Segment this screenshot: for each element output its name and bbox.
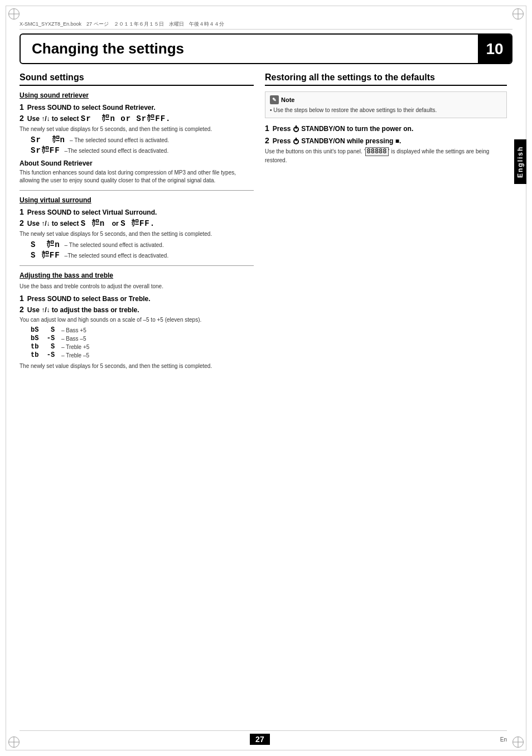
vs-off-row: S ㌍FF –The selected sound effect is deac… bbox=[31, 251, 254, 260]
vs-off-desc: –The selected sound effect is deactivate… bbox=[65, 253, 169, 259]
vs-step2-text: Use ↑/↓ to select S ㌍n or S ㌍FF. bbox=[27, 219, 155, 228]
vs-step2-display: S ㌍n bbox=[81, 219, 110, 228]
restore-step2-text2: STANDBY/ON while pressing ■. bbox=[301, 137, 401, 145]
step2-display: Sr ㌍n or Sr㌍FF. bbox=[81, 114, 171, 123]
bass-treble-intro: Use the bass and treble controls to adju… bbox=[20, 283, 254, 290]
step2-text: Use ↑/↓ to select Sr ㌍n or Sr㌍FF. bbox=[27, 114, 171, 123]
header-bar: X-SMC1_SYXZT8_En.book 27 ページ ２０１１年６月１５日 … bbox=[20, 20, 512, 30]
sound-settings-title: Sound settings bbox=[20, 72, 254, 86]
bt-desc-1: – Bass –5 bbox=[61, 336, 86, 342]
bt-table: bS S – Bass +5 bS -S – Bass –5 tb S – Tr… bbox=[31, 326, 254, 359]
note-header: ✎ Note bbox=[270, 95, 502, 104]
bt-step1: 1 Press SOUND to select Bass or Treble. bbox=[20, 294, 254, 303]
vs-step2-display2: S ㌍FF. bbox=[120, 219, 155, 228]
sound-retriever-subtitle: Using sound retriever bbox=[20, 91, 254, 99]
restore-step1-num: 1 bbox=[265, 124, 269, 133]
step1-text: Press SOUND to select Sound Retriever. bbox=[27, 104, 156, 112]
bt-row-3: tb -S – Treble –5 bbox=[31, 351, 254, 359]
step2-text-part: Use ↑/↓ to select bbox=[27, 115, 79, 123]
restore-step2-text: Press STANDBY/ON while pressing ■. bbox=[273, 137, 401, 145]
sr-on-val: Sr ㌍n bbox=[31, 135, 65, 144]
divider2 bbox=[20, 265, 254, 266]
restore-step1-text: Press STANDBY/ON to turn the power on. bbox=[273, 125, 413, 133]
bt-sym-2: tb S bbox=[31, 343, 61, 351]
header-text: X-SMC1_SYXZT8_En.book 27 ページ ２０１１年６月１５日 … bbox=[20, 21, 512, 28]
bass-treble-subtitle: Adjusting the bass and treble bbox=[20, 272, 254, 279]
step1-num: 1 bbox=[20, 103, 24, 112]
restore-step2: 2 Press STANDBY/ON while pressing ■. bbox=[265, 136, 507, 145]
bt-step2-text: Use ↑/↓ to adjust the bass or treble. bbox=[27, 306, 139, 314]
sr-off-val: Sr㌍FF bbox=[31, 146, 60, 155]
chapter-header: Changing the settings 10 bbox=[20, 33, 512, 64]
eights-display: 88888 bbox=[365, 147, 389, 156]
bt-step2-subtext: You can adjust low and high sounds on a … bbox=[20, 316, 254, 324]
about-retriever-title: About Sound Retriever bbox=[20, 159, 254, 167]
sr-off-desc: –The selected sound effect is deactivate… bbox=[65, 148, 169, 154]
power-icon-2 bbox=[293, 139, 299, 144]
note-label: Note bbox=[281, 96, 294, 103]
restore-step1-text2: STANDBY/ON to turn the power on. bbox=[301, 125, 413, 133]
bt-row-2: tb S – Treble +5 bbox=[31, 343, 254, 351]
bt-sym-1: bS -S bbox=[31, 335, 61, 342]
note-text-content: Use the steps below to restore the above… bbox=[273, 107, 437, 113]
left-column: Sound settings Using sound retriever 1 P… bbox=[20, 72, 254, 723]
sr-on-desc: – The selected sound effect is activated… bbox=[70, 137, 169, 143]
restore-step1: 1 Press STANDBY/ON to turn the power on. bbox=[265, 124, 507, 133]
bt-desc-2: – Treble +5 bbox=[61, 344, 89, 350]
power-icon-1 bbox=[293, 127, 299, 132]
chapter-title: Changing the settings bbox=[21, 40, 478, 57]
bt-desc-3: – Treble –5 bbox=[61, 352, 89, 358]
vs-on-desc: – The selected sound effect is activated… bbox=[65, 242, 164, 248]
sr-on-row: Sr ㌍n – The selected sound effect is act… bbox=[31, 135, 254, 144]
restore-step2-sub: Use the buttons on this unit's top panel… bbox=[265, 147, 507, 164]
sr-off-row: Sr㌍FF –The selected sound effect is deac… bbox=[31, 146, 254, 155]
main-content: Sound settings Using sound retriever 1 P… bbox=[20, 72, 507, 723]
restore-step2-num: 2 bbox=[265, 136, 269, 145]
vs-on-row: S ㌍n – The selected sound effect is acti… bbox=[31, 240, 254, 249]
footer: 27 En bbox=[20, 730, 507, 745]
about-retriever: About Sound Retriever This function enha… bbox=[20, 159, 254, 185]
divider1 bbox=[20, 190, 254, 191]
step2-num: 2 bbox=[20, 114, 24, 123]
right-column: Restoring all the settings to the defaul… bbox=[265, 72, 507, 723]
english-tab: English bbox=[514, 139, 526, 184]
restore-title: Restoring all the settings to the defaul… bbox=[265, 72, 507, 86]
chapter-number: 10 bbox=[478, 35, 511, 63]
bt-step1-num: 1 bbox=[20, 294, 24, 303]
vs-step1-num: 1 bbox=[20, 207, 24, 216]
page-number: 27 bbox=[250, 734, 270, 745]
virtual-surround-subtitle: Using virtual surround bbox=[20, 196, 254, 204]
bt-sym-3: tb -S bbox=[31, 351, 61, 359]
bt-step2-num: 2 bbox=[20, 305, 24, 314]
bt-row-1: bS -S – Bass –5 bbox=[31, 335, 254, 342]
bt-complete-text: The newly set value displays for 5 secon… bbox=[20, 362, 254, 370]
note-box: ✎ Note • Use the steps below to restore … bbox=[265, 91, 507, 118]
vs-step2-subtext: The newly set value displays for 5 secon… bbox=[20, 230, 254, 238]
bt-step1-text: Press SOUND to select Bass or Treble. bbox=[27, 295, 151, 303]
footer-sub: En bbox=[500, 736, 507, 743]
about-retriever-text: This function enhances sound data lost d… bbox=[20, 169, 254, 185]
bt-row-0: bS S – Bass +5 bbox=[31, 326, 254, 334]
step2-subtext: The newly set value displays for 5 secon… bbox=[20, 125, 254, 133]
vs-off-val: S ㌍FF bbox=[31, 251, 60, 260]
bt-step2: 2 Use ↑/↓ to adjust the bass or treble. bbox=[20, 305, 254, 314]
vs-on-val: S ㌍n bbox=[31, 240, 60, 249]
vs-step1-text: Press SOUND to select Virtual Surround. bbox=[27, 209, 157, 216]
note-icon: ✎ bbox=[270, 95, 279, 104]
vs-step2-num: 2 bbox=[20, 219, 24, 227]
sound-retriever-step2: 2 Use ↑/↓ to select Sr ㌍n or Sr㌍FF. bbox=[20, 114, 254, 123]
vs-step2: 2 Use ↑/↓ to select S ㌍n or S ㌍FF. bbox=[20, 219, 254, 228]
bt-sym-0: bS S bbox=[31, 326, 61, 334]
sound-retriever-step1: 1 Press SOUND to select Sound Retriever. bbox=[20, 103, 254, 112]
note-text: • Use the steps below to restore the abo… bbox=[270, 106, 502, 114]
bt-desc-0: – Bass +5 bbox=[61, 327, 86, 333]
vs-step1: 1 Press SOUND to select Virtual Surround… bbox=[20, 207, 254, 216]
